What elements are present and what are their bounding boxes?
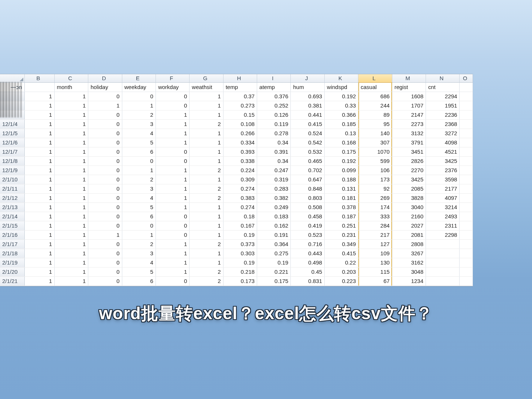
- cell[interactable]: 1: [156, 203, 189, 212]
- cell[interactable]: [460, 157, 473, 166]
- cell[interactable]: 0.524: [291, 129, 324, 138]
- cell[interactable]: 0: [156, 92, 189, 101]
- cell[interactable]: [460, 92, 473, 101]
- cell[interactable]: 0: [88, 240, 122, 249]
- cell[interactable]: 0.382: [257, 194, 291, 203]
- cell[interactable]: 0: [122, 157, 156, 166]
- row-header[interactable]: 2/1/21: [0, 277, 24, 286]
- cell[interactable]: 2294: [426, 92, 460, 101]
- cell[interactable]: [460, 138, 473, 147]
- cell[interactable]: 0.508: [291, 203, 324, 212]
- cell[interactable]: [460, 221, 473, 231]
- cell[interactable]: 0: [88, 249, 122, 258]
- cell[interactable]: 0: [88, 258, 122, 267]
- cell[interactable]: 0.249: [257, 203, 291, 212]
- column-header-J[interactable]: J: [291, 74, 324, 83]
- cell[interactable]: [460, 277, 473, 286]
- cell[interactable]: 0.364: [257, 240, 291, 249]
- cell[interactable]: 0.848: [291, 184, 324, 194]
- cell[interactable]: 0: [88, 166, 122, 175]
- row-header[interactable]: [0, 110, 24, 120]
- cell[interactable]: 0.532: [291, 147, 324, 157]
- column-header-F[interactable]: F: [156, 74, 189, 83]
- row-header[interactable]: 2/1/10: [0, 175, 24, 184]
- cell[interactable]: [426, 240, 460, 249]
- cell[interactable]: 1: [24, 138, 54, 147]
- cell[interactable]: 0.415: [291, 120, 324, 129]
- field-header-cell[interactable]: cnt: [426, 83, 460, 92]
- cell[interactable]: 0: [88, 184, 122, 194]
- cell[interactable]: [426, 258, 460, 267]
- row-header[interactable]: [0, 92, 24, 101]
- cell[interactable]: [460, 258, 473, 267]
- cell[interactable]: 3214: [426, 203, 460, 212]
- cell[interactable]: 0: [88, 203, 122, 212]
- cell[interactable]: 0: [88, 157, 122, 166]
- cell[interactable]: 0.247: [257, 166, 291, 175]
- cell[interactable]: 0.266: [223, 129, 257, 138]
- field-header-cell[interactable]: [460, 83, 473, 92]
- cell[interactable]: 0: [88, 267, 122, 277]
- column-header-E[interactable]: E: [122, 74, 156, 83]
- cell[interactable]: 0.218: [223, 267, 257, 277]
- cell[interactable]: 0.415: [324, 249, 358, 258]
- row-header[interactable]: 12/1/7: [0, 147, 24, 157]
- cell[interactable]: 0.131: [324, 184, 358, 194]
- cell[interactable]: 1: [54, 157, 88, 166]
- cell[interactable]: 1: [156, 120, 189, 129]
- cell[interactable]: 130: [358, 258, 392, 267]
- cell[interactable]: 1: [156, 267, 189, 277]
- cell[interactable]: 1: [156, 129, 189, 138]
- cell[interactable]: 1: [88, 101, 122, 110]
- cell[interactable]: 6: [122, 212, 156, 221]
- cell[interactable]: 115: [358, 267, 392, 277]
- cell[interactable]: 1: [54, 120, 88, 129]
- cell[interactable]: 1: [24, 240, 54, 249]
- cell[interactable]: 0.192: [324, 92, 358, 101]
- cell[interactable]: 0.34: [257, 157, 291, 166]
- cell[interactable]: 0.15: [223, 110, 257, 120]
- cell[interactable]: 1: [156, 175, 189, 184]
- select-all-corner[interactable]: [0, 74, 24, 83]
- cell[interactable]: 1: [156, 138, 189, 147]
- cell[interactable]: 3: [122, 120, 156, 129]
- cell[interactable]: 0.542: [291, 138, 324, 147]
- cell[interactable]: 0.273: [223, 101, 257, 110]
- cell[interactable]: 0.419: [291, 221, 324, 231]
- cell[interactable]: 2298: [426, 231, 460, 240]
- cell[interactable]: 0.168: [324, 138, 358, 147]
- cell[interactable]: 1: [24, 277, 54, 286]
- cell[interactable]: 1: [54, 277, 88, 286]
- cell[interactable]: 3162: [392, 258, 426, 267]
- cell[interactable]: [460, 166, 473, 175]
- cell[interactable]: 1: [156, 249, 189, 258]
- cell[interactable]: [426, 267, 460, 277]
- cell[interactable]: 0.19: [257, 258, 291, 267]
- row-header[interactable]: 2/1/20: [0, 267, 24, 277]
- cell[interactable]: 0.702: [291, 166, 324, 175]
- cell[interactable]: 2085: [392, 184, 426, 194]
- cell[interactable]: 0.185: [324, 120, 358, 129]
- cell[interactable]: 0.221: [257, 267, 291, 277]
- cell[interactable]: 1: [24, 175, 54, 184]
- column-letter-row[interactable]: BCDEFGHIJKLMNO: [0, 74, 473, 83]
- row-header[interactable]: 2/1/12: [0, 194, 24, 203]
- cell[interactable]: [460, 231, 473, 240]
- cell[interactable]: 0.191: [257, 231, 291, 240]
- cell[interactable]: 1: [190, 147, 223, 157]
- cell[interactable]: 1: [156, 240, 189, 249]
- cell[interactable]: 0.716: [291, 240, 324, 249]
- cell[interactable]: 0.37: [223, 92, 257, 101]
- cell[interactable]: 127: [358, 240, 392, 249]
- cell[interactable]: 0: [88, 194, 122, 203]
- column-header-B[interactable]: B: [24, 74, 54, 83]
- cell[interactable]: 89: [358, 110, 392, 120]
- cell[interactable]: 1: [24, 147, 54, 157]
- cell[interactable]: 0.45: [291, 267, 324, 277]
- cell[interactable]: 2: [122, 175, 156, 184]
- cell[interactable]: 0.22: [324, 258, 358, 267]
- cell[interactable]: 3425: [426, 157, 460, 166]
- cell[interactable]: 1: [190, 101, 223, 110]
- cell[interactable]: 0: [88, 92, 122, 101]
- cell[interactable]: [460, 101, 473, 110]
